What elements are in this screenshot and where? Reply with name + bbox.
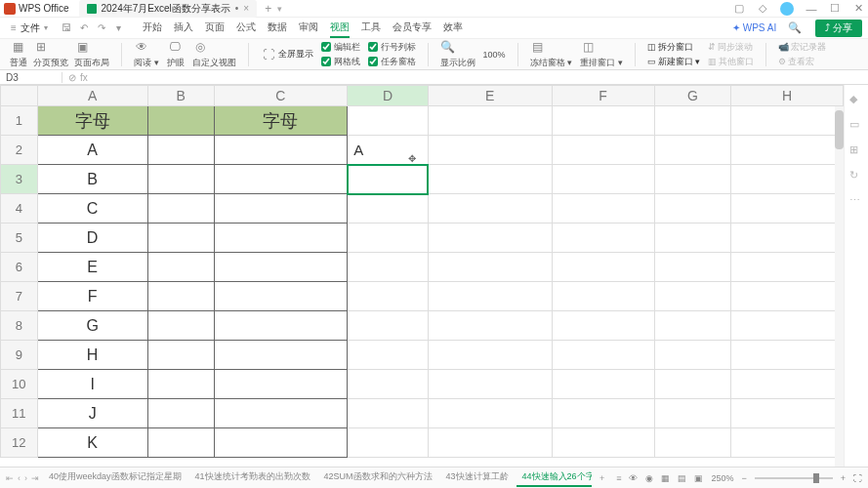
fx-icon[interactable]: fx <box>80 72 88 83</box>
last-sheet-icon[interactable]: ⇥ <box>31 473 39 483</box>
cell-B9[interactable] <box>147 341 214 370</box>
cell-G6[interactable] <box>654 253 731 282</box>
menu-tab-开始[interactable]: 开始 <box>143 19 162 38</box>
add-tab-button[interactable]: + <box>265 2 271 16</box>
cell-H10[interactable] <box>731 370 844 399</box>
cell-D5[interactable] <box>348 224 429 253</box>
row-header-3[interactable]: 3 <box>1 165 38 194</box>
history-icon[interactable]: ↻ <box>849 169 863 183</box>
maximize-icon[interactable]: ☐ <box>829 3 841 15</box>
cell-F5[interactable] <box>552 224 654 253</box>
first-sheet-icon[interactable]: ⇤ <box>6 473 14 483</box>
cell-G11[interactable] <box>654 399 731 428</box>
col-header-H[interactable]: H <box>731 86 844 106</box>
cell-B1[interactable] <box>147 106 214 136</box>
cell-A7[interactable]: F <box>37 282 147 311</box>
row-header-9[interactable]: 9 <box>1 341 38 370</box>
viewmode3-icon[interactable]: ▣ <box>694 473 703 483</box>
save-icon[interactable]: 🖫 <box>61 22 72 34</box>
zoom-value[interactable]: 250% <box>711 473 733 483</box>
cell-F9[interactable] <box>552 341 654 370</box>
row-header-4[interactable]: 4 <box>1 194 38 224</box>
arrange-windows-button[interactable]: ◫重排窗口 ▾ <box>580 39 623 69</box>
cell-G3[interactable] <box>654 165 731 194</box>
search-icon[interactable]: 🔍 <box>788 21 802 34</box>
viewmode2-icon[interactable]: ▤ <box>678 473 686 483</box>
cell-H9[interactable] <box>731 341 844 370</box>
col-header-D[interactable]: D <box>348 86 429 106</box>
cell-B7[interactable] <box>147 282 214 311</box>
vertical-scrollbar[interactable] <box>835 106 844 467</box>
cancel-formula-icon[interactable]: ⊘ <box>68 72 76 83</box>
cell-A5[interactable]: D <box>37 224 147 253</box>
col-header-C[interactable]: C <box>214 86 348 106</box>
menu-tab-数据[interactable]: 数据 <box>268 19 287 38</box>
menu-tab-公式[interactable]: 公式 <box>236 19 256 38</box>
eye-care-button[interactable]: 🖵护眼 <box>167 39 185 69</box>
minimize-icon[interactable]: — <box>806 3 817 15</box>
cell-C5[interactable] <box>214 224 348 253</box>
menu-tab-工具[interactable]: 工具 <box>361 19 381 38</box>
view-macro-button[interactable]: ⚙查看宏 <box>778 56 814 68</box>
cell-A10[interactable]: I <box>37 370 147 399</box>
cell-F11[interactable] <box>552 399 654 428</box>
cell-G1[interactable] <box>654 106 731 136</box>
row-header-11[interactable]: 11 <box>1 399 38 428</box>
tab-list-dropdown[interactable]: ▾ <box>277 4 282 14</box>
col-header-A[interactable]: A <box>37 86 147 106</box>
cell-B5[interactable] <box>147 224 214 253</box>
redo-icon[interactable]: ↷ <box>96 22 107 34</box>
prev-sheet-icon[interactable]: ‹ <box>18 473 21 483</box>
cell-C9[interactable] <box>214 341 348 370</box>
check-headings[interactable]: 行号列标 <box>368 41 416 54</box>
cell-C3[interactable] <box>214 165 348 194</box>
row-header-8[interactable]: 8 <box>1 311 38 341</box>
cell-D4[interactable] <box>348 194 429 224</box>
cell-D6[interactable] <box>348 253 429 282</box>
cell-C1[interactable]: 字母 <box>214 106 348 136</box>
zoom-slider[interactable] <box>755 477 833 479</box>
assistant-icon[interactable]: ◆ <box>849 93 863 106</box>
stats-icon[interactable]: 👁 <box>629 473 638 483</box>
sheet-tab[interactable]: 43快速计算工龄 <box>440 468 515 487</box>
cell-H8[interactable] <box>731 311 844 341</box>
cell-A8[interactable]: G <box>37 311 147 341</box>
cell-E8[interactable] <box>428 311 552 341</box>
cell-H6[interactable] <box>731 253 844 282</box>
view-pagelayout-button[interactable]: ▣页面布局 <box>74 39 109 69</box>
cell-G9[interactable] <box>654 341 731 370</box>
cell-B8[interactable] <box>147 311 214 341</box>
menu-tab-页面[interactable]: 页面 <box>205 19 225 38</box>
cell-F10[interactable] <box>552 370 654 399</box>
cell-B10[interactable] <box>147 370 214 399</box>
cell-B12[interactable] <box>147 428 214 458</box>
cell-A12[interactable]: K <box>37 428 147 458</box>
cell-B11[interactable] <box>147 399 214 428</box>
share-button[interactable]: ⤴ 分享 <box>815 20 862 37</box>
zoom-100-button[interactable]: 100% <box>483 50 506 60</box>
cell-B6[interactable] <box>147 253 214 282</box>
spreadsheet-grid[interactable]: ABCDEFGH1字母字母2AA3B4C5D6E7F8G9H10I11J12K … <box>0 85 844 467</box>
cell-D1[interactable] <box>348 106 429 136</box>
menu-tab-插入[interactable]: 插入 <box>174 19 193 38</box>
cell-D11[interactable] <box>348 399 429 428</box>
cell-B4[interactable] <box>147 194 214 224</box>
cell-H11[interactable] <box>731 399 844 428</box>
row-header-10[interactable]: 10 <box>1 370 38 399</box>
macro-record-button[interactable]: 📹宏记录器 <box>778 41 826 54</box>
menu-tab-会员专享[interactable]: 会员专享 <box>393 19 432 38</box>
next-sheet-icon[interactable]: › <box>24 473 27 483</box>
cell-E3[interactable] <box>428 165 552 194</box>
cell-E12[interactable] <box>428 428 552 458</box>
col-header-G[interactable]: G <box>654 86 731 106</box>
tab-close-icon[interactable]: × <box>243 3 249 14</box>
camera-icon[interactable]: ◉ <box>645 473 653 483</box>
col-header-F[interactable]: F <box>552 86 654 106</box>
cell-G4[interactable] <box>654 194 731 224</box>
cell-E6[interactable] <box>428 253 552 282</box>
cell-E10[interactable] <box>428 370 552 399</box>
file-menu[interactable]: ≡ 文件 ▾ <box>6 20 53 37</box>
cell-F4[interactable] <box>552 194 654 224</box>
col-header-E[interactable]: E <box>428 86 552 106</box>
menu-tab-效率[interactable]: 效率 <box>443 19 463 38</box>
